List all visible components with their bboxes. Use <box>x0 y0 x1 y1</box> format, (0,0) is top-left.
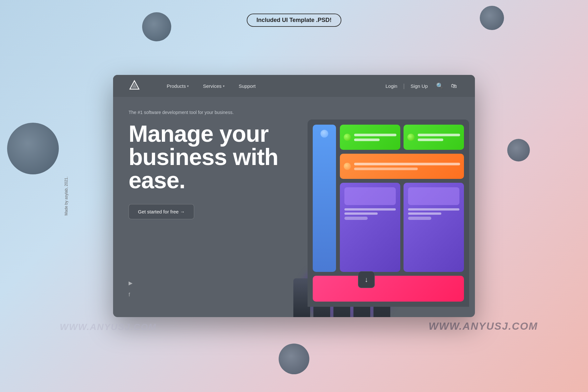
nav-item-services[interactable]: Services ▾ <box>196 75 232 97</box>
logo[interactable] <box>129 79 160 92</box>
hero-subtitle: The #1 software development tool for you… <box>129 110 284 115</box>
cart-icon[interactable]: 🛍 <box>448 83 459 89</box>
decorative-circle-bottom <box>279 344 310 374</box>
download-button[interactable]: ↓ <box>358 271 375 288</box>
nav-divider: | <box>403 83 405 89</box>
purple-rect-2 <box>408 187 459 205</box>
facebook-icon[interactable]: f <box>129 292 132 298</box>
hero-title: Manage your business with ease. <box>129 122 284 192</box>
green-card-2 <box>404 125 464 150</box>
sidebar-dot <box>320 130 328 138</box>
orange-dot <box>344 163 351 170</box>
purple-lines-2 <box>408 208 459 220</box>
purple-line-6 <box>408 217 431 220</box>
nav-item-support[interactable]: Support <box>232 75 263 97</box>
login-button[interactable]: Login <box>382 83 401 89</box>
nav-links: Products ▾ Services ▾ Support <box>160 75 382 97</box>
purple-line-2 <box>344 212 378 215</box>
search-icon[interactable]: 🔍 <box>434 82 446 89</box>
side-label: Made by asylab, 2021. <box>64 177 68 216</box>
purple-line-3 <box>344 217 368 220</box>
purple-line-1 <box>344 208 396 211</box>
purple-card-2 <box>404 183 464 272</box>
purple-line-5 <box>408 212 441 215</box>
youtube-icon[interactable]: ▶ <box>129 280 132 286</box>
card-line-short <box>354 139 380 141</box>
green-dot <box>344 134 351 141</box>
purple-lines-1 <box>344 208 396 220</box>
purple-line-4 <box>408 208 459 211</box>
chevron-down-icon: ▾ <box>187 84 189 88</box>
orange-line-2 <box>354 168 418 170</box>
hero-section: The #1 software development tool for you… <box>113 97 475 317</box>
green-dot-2 <box>407 134 415 141</box>
signup-button[interactable]: Sign Up <box>407 83 431 89</box>
nav-item-products[interactable]: Products ▾ <box>160 75 196 97</box>
dashboard-main <box>340 125 464 272</box>
dashboard-sidebar <box>313 125 336 272</box>
card-line <box>354 134 396 136</box>
hero-visual: ↓ <box>284 110 459 317</box>
decorative-circle-top-left <box>142 12 171 41</box>
card-line-2 <box>418 134 460 136</box>
watermark-right: WWW.ANYUSJ.COM <box>429 320 538 332</box>
navbar: Products ▾ Services ▾ Support Login | Si… <box>113 75 475 97</box>
orange-card-lines <box>354 163 460 170</box>
nav-right: Login | Sign Up 🔍 🛍 <box>382 82 459 89</box>
decorative-circle-mid-left <box>7 123 59 174</box>
dashboard-panel <box>308 119 469 307</box>
cta-button[interactable]: Get started for free → <box>129 204 194 219</box>
promo-badge: Included UI Template .PSD! <box>247 14 341 27</box>
orange-card <box>340 154 464 179</box>
hero-content: The #1 software development tool for you… <box>129 110 284 317</box>
purple-cards-row <box>340 183 464 272</box>
card-lines-2 <box>418 134 460 141</box>
browser-window: Products ▾ Services ▾ Support Login | Si… <box>113 75 475 317</box>
download-arrow-icon: ↓ <box>365 275 368 284</box>
card-lines <box>354 134 396 141</box>
purple-card-1 <box>340 183 400 272</box>
dashboard-inner <box>313 125 464 272</box>
purple-rect-1 <box>344 187 396 205</box>
pink-card <box>313 276 464 302</box>
card-line-short-2 <box>418 139 443 141</box>
chevron-down-icon: ▾ <box>223 84 225 88</box>
green-card-1 <box>340 125 400 150</box>
watermark-left: WWW.ANYUSJ.COM <box>60 322 157 332</box>
social-links: ▶ f <box>129 280 132 298</box>
decorative-circle-right <box>507 139 530 161</box>
orange-line-1 <box>354 163 460 165</box>
decorative-circle-top-right <box>480 6 504 30</box>
green-cards-row <box>340 125 464 150</box>
